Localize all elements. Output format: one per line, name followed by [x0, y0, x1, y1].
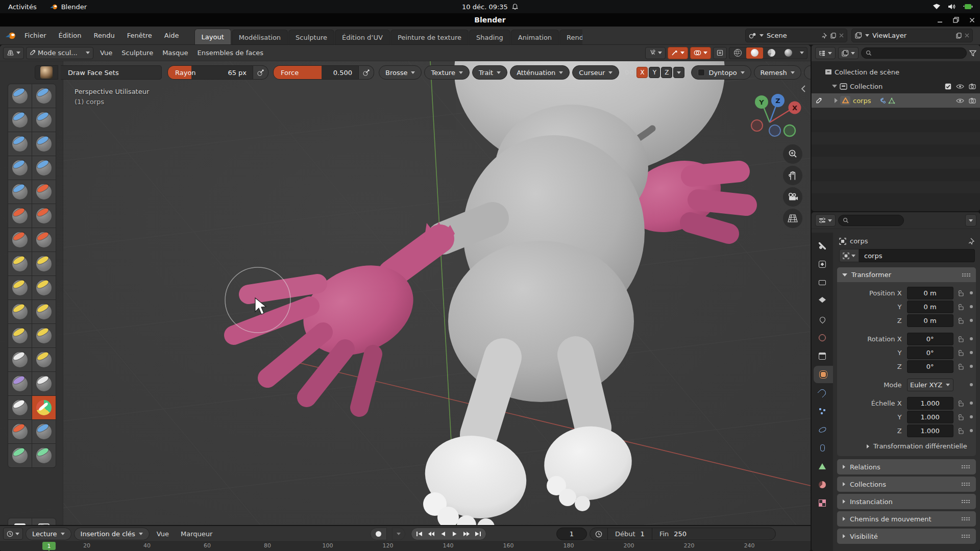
animate-dot[interactable]: [970, 402, 973, 405]
expand-collection-icon[interactable]: [832, 85, 837, 88]
timeline-editor-type-button[interactable]: [3, 528, 23, 540]
workspace-tab[interactable]: Shading: [469, 30, 510, 44]
focused-app-button[interactable]: Blender: [50, 3, 87, 11]
end-frame-field[interactable]: Fin 250: [652, 528, 694, 540]
lock-open-icon[interactable]: [958, 336, 965, 342]
tab-view-layer-icon[interactable]: [812, 292, 833, 310]
menu-item[interactable]: Édition: [53, 26, 88, 44]
use-preview-range-clock-icon[interactable]: [595, 531, 602, 538]
overlays-toggle-button[interactable]: [690, 47, 711, 59]
gizmos-toggle-button[interactable]: [668, 47, 688, 59]
outliner-row-object-corps[interactable]: corps: [812, 93, 980, 108]
panel-drag-icon[interactable]: [961, 534, 970, 538]
tool-elastic-deform[interactable]: [8, 276, 32, 299]
timeline-marker-menu[interactable]: Marqueur: [176, 530, 217, 538]
tool-clay[interactable]: [8, 108, 32, 132]
animate-dot[interactable]: [970, 383, 973, 386]
minimize-button[interactable]: [937, 17, 943, 23]
value-field[interactable]: 1.000: [907, 397, 953, 410]
playback-menu[interactable]: Lecture: [26, 528, 71, 540]
outliner-search-input[interactable]: [861, 47, 967, 59]
vi​ewport-canvas[interactable]: Draw Face Sets Rayon 65 px Force: [0, 61, 811, 525]
workspace-tab[interactable]: Rendu: [559, 30, 582, 44]
lock-open-icon[interactable]: [958, 414, 965, 420]
panel-drag-icon[interactable]: [961, 465, 970, 469]
lock-open-icon[interactable]: [958, 304, 965, 310]
gizmo-minus-x-axis[interactable]: [751, 120, 763, 131]
navigation-gizmo[interactable]: Y Z X: [743, 92, 804, 139]
tool-settings-menu[interactable]: Texture: [424, 65, 470, 80]
object-gizmos-visibility-button[interactable]: [645, 47, 666, 59]
animate-dot[interactable]: [970, 305, 973, 308]
tool-multires-displacement-smear[interactable]: [32, 420, 56, 443]
dyntopo-checkbox[interactable]: [698, 69, 705, 76]
animate-dot[interactable]: [970, 429, 973, 432]
tool-scrape[interactable]: [8, 228, 32, 252]
tool-multires-displacement-eraser[interactable]: [8, 420, 32, 443]
delta-transform-subpanel[interactable]: Transformation différentielle: [840, 438, 973, 451]
play-button[interactable]: [449, 529, 460, 539]
timeline-ruler[interactable]: 20406080100120140160180200220240 1: [0, 542, 811, 551]
tool-smear[interactable]: [32, 444, 56, 467]
animate-dot[interactable]: [970, 337, 973, 340]
menu-item[interactable]: Aide: [158, 26, 185, 44]
editor-type-button[interactable]: [3, 47, 24, 59]
battery-icon[interactable]: [963, 4, 973, 10]
shading-options-dropdown[interactable]: [797, 47, 807, 59]
viewport-menu-item[interactable]: Masque: [158, 49, 192, 57]
animate-dot[interactable]: [970, 319, 973, 322]
value-field[interactable]: 0 m: [907, 300, 953, 313]
start-frame-field[interactable]: Début 1: [608, 528, 652, 540]
filter-icon[interactable]: [969, 50, 976, 57]
object-name-input[interactable]: corps: [859, 249, 975, 262]
tab-particles-icon[interactable]: [812, 403, 833, 420]
tool-paint[interactable]: [8, 444, 32, 467]
tool-simplify[interactable]: [32, 372, 56, 395]
outliner-row-collection[interactable]: Collection: [812, 79, 980, 93]
tool-layer[interactable]: [32, 132, 56, 156]
maximize-button[interactable]: [953, 17, 959, 23]
tool-nudge[interactable]: [8, 324, 32, 347]
mirror-axis-button[interactable]: X: [636, 67, 648, 78]
scene-selector[interactable]: Scene: [745, 29, 847, 42]
value-field[interactable]: 0 m: [907, 314, 953, 327]
animate-dot[interactable]: [970, 291, 973, 294]
viewport-menu-item[interactable]: Vue: [95, 49, 117, 57]
menu-item[interactable]: Fichier: [18, 26, 53, 44]
value-field[interactable]: 0 m: [907, 287, 953, 299]
pin-icon[interactable]: [822, 33, 827, 39]
workspace-tab[interactable]: Animation: [511, 30, 559, 44]
value-field[interactable]: 0°: [907, 346, 953, 359]
view-layer-selector[interactable]: ViewLayer: [851, 29, 973, 42]
collapsed-panel-header[interactable]: Instanciation: [837, 494, 976, 509]
clock[interactable]: 10 déc. 09:35: [462, 3, 508, 11]
tool-settings-menu[interactable]: Brosse: [379, 65, 422, 80]
new-scene-icon[interactable]: [830, 33, 836, 39]
tab-output-icon[interactable]: [812, 274, 833, 291]
blender-app-menu-icon[interactable]: [5, 31, 16, 40]
gizmo-x-axis[interactable]: X: [792, 104, 797, 112]
object-id-dropdown[interactable]: [839, 249, 859, 262]
value-field[interactable]: 1.000: [907, 411, 953, 423]
tool-settings-menu[interactable]: Atténuation: [510, 65, 570, 80]
panel-drag-icon[interactable]: [961, 517, 970, 521]
viewport-menu-item[interactable]: Ensembles de faces: [193, 49, 268, 57]
wifi-icon[interactable]: [933, 4, 941, 10]
panel-drag-icon[interactable]: [961, 499, 970, 504]
radius-pressure-button[interactable]: [253, 65, 268, 80]
animate-dot[interactable]: [970, 415, 973, 418]
tool-draw-face-sets[interactable]: [32, 396, 56, 419]
tab-tool-icon[interactable]: [812, 237, 833, 255]
outliner-row-scene-collection[interactable]: Collection de scène: [812, 65, 980, 79]
shading-solid-button[interactable]: [746, 47, 763, 59]
gizmo-minus-z-axis[interactable]: [769, 125, 780, 136]
tool-blob[interactable]: [32, 156, 56, 180]
expand-object-icon[interactable]: [835, 98, 838, 103]
dyntopo-dropdown[interactable]: Dyntopo: [691, 65, 751, 80]
sculpt-character-mesh[interactable]: [234, 61, 746, 525]
collapsed-panel-header[interactable]: Collections: [837, 477, 976, 492]
breadcrumb-object-name[interactable]: corps: [850, 237, 868, 245]
tool-clay-strips[interactable]: [32, 108, 56, 132]
hide-eye-icon[interactable]: [956, 84, 964, 89]
menu-item[interactable]: Fenêtre: [121, 26, 158, 44]
